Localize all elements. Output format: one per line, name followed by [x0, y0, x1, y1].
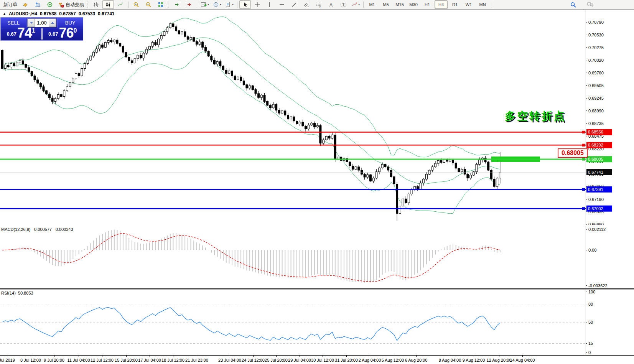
bar-chart-icon[interactable]: [90, 0, 102, 9]
candle: [40, 83, 41, 87]
time-axis[interactable]: Jul 20198 Jul 12:009 Jul 20:0011 Jul 04:…: [0, 355, 634, 364]
candle: [302, 122, 304, 126]
price-level-callout[interactable]: 0.68005: [558, 148, 588, 158]
timeframe-m30[interactable]: M30: [407, 0, 420, 9]
buy-price[interactable]: 0.67 76 0: [43, 28, 83, 40]
chat-icon[interactable]: [585, 0, 596, 9]
indicators-button[interactable]: ▾: [199, 0, 211, 9]
bollinger-bands: [2, 17, 500, 214]
terminal-signal-icon[interactable]: [44, 0, 56, 9]
new-order-button[interactable]: 新订单: [0, 0, 19, 9]
candle: [19, 61, 21, 62]
candle: [57, 95, 59, 99]
candle: [211, 56, 212, 60]
autotrading-button[interactable]: 自动交易: [56, 0, 86, 9]
arrows-button[interactable]: ▾: [350, 0, 361, 9]
price-level-axis-label: 0.68556: [588, 130, 603, 134]
market-watch-icon[interactable]: [20, 0, 31, 9]
candle: [16, 62, 18, 66]
text-icon[interactable]: A: [325, 0, 337, 9]
time-tick: [102, 356, 102, 357]
search-icon[interactable]: [567, 0, 579, 9]
candle: [84, 64, 86, 69]
zoom-out-icon[interactable]: [143, 0, 154, 9]
candle: [284, 111, 286, 115]
candle: [102, 45, 104, 47]
fibonacci-icon[interactable]: F: [313, 0, 324, 9]
pane-separator[interactable]: [0, 288, 634, 290]
candle: [113, 40, 115, 42]
candle: [69, 83, 71, 87]
candle: [22, 61, 24, 64]
chevron-down-icon[interactable]: ▾: [207, 3, 209, 6]
macd-pane[interactable]: 0.0021120.00-0.003622: [0, 226, 634, 288]
timeframe-m15[interactable]: M15: [393, 0, 406, 9]
volume-value[interactable]: 1.00: [35, 19, 49, 27]
chevron-down-icon[interactable]: ▾: [220, 3, 221, 6]
candlestick-chart-icon[interactable]: [102, 0, 114, 9]
line-chart-icon[interactable]: [115, 0, 126, 9]
trendline-icon[interactable]: [288, 0, 300, 9]
buy-price-prefix: 0.67: [48, 31, 58, 37]
periods-button[interactable]: ▾: [211, 0, 223, 9]
macd-tick-label: -0.003622: [588, 283, 608, 288]
crosshair-icon[interactable]: [252, 0, 263, 9]
candle: [10, 64, 12, 67]
candle: [207, 51, 209, 56]
candle: [46, 91, 48, 94]
time-axis-label: 8 Jul 12:00: [20, 358, 41, 362]
timeframe-mn[interactable]: MN: [476, 0, 489, 9]
zoom-in-icon[interactable]: [130, 0, 142, 9]
rsi-name: RSI(14): [1, 291, 16, 295]
pane-separator[interactable]: [0, 225, 634, 226]
candle: [331, 135, 333, 138]
candle: [37, 80, 39, 83]
chevron-down-icon[interactable]: ▾: [358, 3, 360, 6]
candle: [75, 73, 77, 79]
equidistant-channel-icon[interactable]: E: [301, 0, 312, 9]
chevron-down-icon[interactable]: ▾: [232, 3, 234, 6]
candle: [93, 52, 95, 56]
vertical-line-icon[interactable]: [264, 0, 275, 9]
rsi-tick-label: 15: [588, 341, 593, 346]
candle: [435, 163, 436, 167]
candle: [269, 105, 271, 108]
auto-scroll-icon[interactable]: [171, 0, 183, 9]
candle: [140, 55, 142, 58]
price-level-axis-label: 0.68005: [588, 157, 603, 161]
chart-shift-icon[interactable]: [183, 0, 195, 9]
candle: [449, 160, 451, 161]
time-axis-label: 23 Jul 04:00: [218, 358, 241, 362]
time-axis-label: 11 Jul 04:00: [67, 358, 90, 362]
autotrading-label: 自动交易: [66, 2, 84, 8]
volume-increase-button[interactable]: [49, 19, 56, 27]
candle: [107, 40, 109, 42]
text-label-icon[interactable]: T: [338, 0, 349, 9]
navigator-icon[interactable]: [32, 0, 43, 9]
candle: [293, 117, 295, 121]
candle: [214, 60, 216, 64]
templates-button[interactable]: ▾: [224, 0, 235, 9]
ohlc-close: 0.67741: [98, 11, 114, 16]
time-tick: [416, 356, 417, 357]
tile-windows-icon[interactable]: [155, 0, 166, 9]
timeframe-w1[interactable]: W1: [462, 0, 475, 9]
timeframe-h1[interactable]: H1: [421, 0, 434, 9]
time-tick: [393, 356, 393, 357]
candle: [260, 95, 262, 97]
timeframe-m5[interactable]: M5: [379, 0, 392, 9]
turning-point-annotation[interactable]: 多空转折点: [505, 109, 566, 124]
candle: [28, 68, 30, 71]
timeframe-m1[interactable]: M1: [366, 0, 379, 9]
horizontal-line-icon[interactable]: [276, 0, 288, 9]
candle: [122, 46, 124, 52]
sell-price[interactable]: 0.67 74 1: [1, 28, 41, 40]
cursor-icon[interactable]: [239, 0, 251, 9]
time-axis-label: 21 Jul 23:00: [185, 358, 208, 362]
rsi-tick-label: 0: [588, 350, 591, 355]
timeframe-h4[interactable]: H4: [435, 0, 448, 9]
candle: [308, 125, 310, 129]
rsi-pane[interactable]: 1008050150: [0, 290, 634, 355]
timeframe-d1[interactable]: D1: [448, 0, 461, 9]
candles: [2, 22, 501, 221]
